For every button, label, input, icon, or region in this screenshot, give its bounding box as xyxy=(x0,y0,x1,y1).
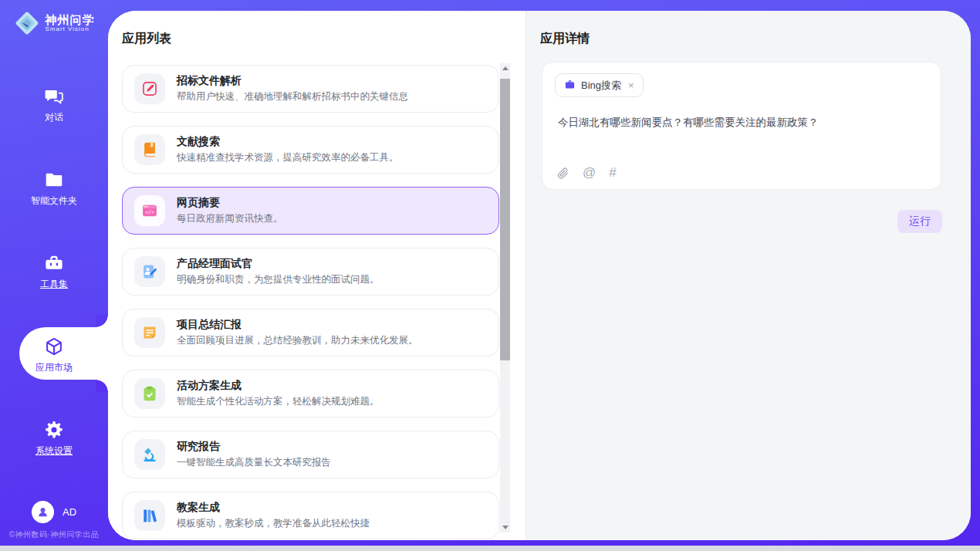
bottom-strip xyxy=(0,546,980,551)
tool-tag-label: Bing搜索 xyxy=(581,79,621,93)
app-card-desc: 明确身份和职责，为您提供专业性的面试问题。 xyxy=(177,273,380,286)
toolbox-icon xyxy=(44,253,64,273)
sidebar-item-系统设置[interactable]: 系统设置 xyxy=(0,420,108,460)
scroll-up-button[interactable] xyxy=(500,63,510,73)
resume-icon xyxy=(141,263,158,280)
app-card-title: 活动方案生成 xyxy=(177,379,380,393)
sidebar-item-label: 系统设置 xyxy=(35,445,73,458)
sidebar-item-工具集[interactable]: 工具集 xyxy=(0,253,108,293)
prompt-card: Bing搜索 × 今日湖北有哪些新闻要点？有哪些需要关注的最新政策？ @# xyxy=(542,62,941,190)
app-card-教案生成[interactable]: 教案生成模板驱动，教案秒成，教学准备从此轻松快捷 xyxy=(122,492,499,539)
sidebar-item-对话[interactable]: 对话 xyxy=(0,86,108,127)
avatar[interactable] xyxy=(32,501,54,523)
svg-text:</>: </> xyxy=(145,209,154,215)
app-card-desc: 一键智能生成高质量长文本研究报告 xyxy=(177,456,331,469)
clipboard-check-icon xyxy=(141,385,158,402)
app-card-招标文件解析[interactable]: 招标文件解析帮助用户快速、准确地理解和解析招标书中的关键信息 xyxy=(122,65,499,113)
logo-subtitle: Smart Vision xyxy=(46,26,95,32)
app-detail-panel: 应用详情 Bing搜索 × 今日湖北有哪些新闻要点？有哪些需要关注的最新政策？ … xyxy=(526,11,971,540)
scrollbar-thumb[interactable] xyxy=(500,79,510,360)
app-icon-tile xyxy=(134,439,165,470)
sidebar: 神州问学 Smart Vision 对话智能文件夹工具集应用市场系统设置 AD … xyxy=(0,0,108,546)
app-icon-tile xyxy=(134,73,165,104)
note-icon xyxy=(141,324,158,341)
app-detail-title: 应用详情 xyxy=(540,31,590,47)
app-list-title: 应用列表 xyxy=(122,31,171,47)
app-card-研究报告[interactable]: 研究报告一键智能生成高质量长文本研究报告 xyxy=(122,431,499,478)
sidebar-item-label: 工具集 xyxy=(40,278,68,291)
app-card-desc: 全面回顾项目进展，总结经验教训，助力未来优化发展。 xyxy=(177,334,418,347)
sidebar-footer: ©神州数码·神州问学出品 xyxy=(0,529,108,540)
app-card-title: 教案生成 xyxy=(177,501,370,515)
prompt-input[interactable]: 今日湖北有哪些新闻要点？有哪些需要关注的最新政策？ xyxy=(558,115,925,130)
microscope-icon xyxy=(141,446,158,463)
app-icon-tile xyxy=(134,134,165,165)
app-logo: 神州问学 Smart Vision xyxy=(0,10,108,36)
paperclip-icon[interactable] xyxy=(556,167,569,180)
app-card-活动方案生成[interactable]: 活动方案生成智能生成个性化活动方案，轻松解决规划难题。 xyxy=(122,370,499,417)
folder-icon xyxy=(44,170,64,190)
app-icon-tile xyxy=(134,317,165,348)
app-list-panel: 应用列表 招标文件解析帮助用户快速、准确地理解和解析招标书中的关键信息文献搜索快… xyxy=(108,11,526,540)
sidebar-nav: 对话智能文件夹工具集应用市场系统设置 xyxy=(0,86,108,460)
book-icon xyxy=(141,141,158,158)
app-icon-tile xyxy=(134,500,165,531)
app-card-title: 文献搜索 xyxy=(177,135,399,149)
scroll-down-button[interactable] xyxy=(500,522,510,532)
chat-icon xyxy=(44,86,64,106)
briefcase-icon xyxy=(564,79,576,93)
app-card-title: 研究报告 xyxy=(177,440,331,454)
app-card-desc: 智能生成个性化活动方案，轻松解决规划难题。 xyxy=(177,395,380,408)
app-card-title: 招标文件解析 xyxy=(177,74,408,88)
books-icon xyxy=(141,507,158,524)
app-card-产品经理面试官[interactable]: 产品经理面试官明确身份和职责，为您提供专业性的面试问题。 xyxy=(122,248,499,296)
gear-icon xyxy=(44,420,64,440)
hash-icon[interactable]: # xyxy=(609,166,616,180)
app-card-desc: 帮助用户快速、准确地理解和解析招标书中的关键信息 xyxy=(177,90,408,103)
app-card-desc: 模板驱动，教案秒成，教学准备从此轻松快捷 xyxy=(177,517,370,530)
main-frame: 应用列表 招标文件解析帮助用户快速、准确地理解和解析招标书中的关键信息文献搜索快… xyxy=(108,11,971,540)
app-card-title: 网页摘要 xyxy=(177,196,283,210)
app-card-list: 招标文件解析帮助用户快速、准确地理解和解析招标书中的关键信息文献搜索快速精准查找… xyxy=(122,65,499,539)
app-card-网页摘要[interactable]: </>网页摘要每日政府新闻资讯快查。 xyxy=(122,187,499,235)
app-icon-tile: </> xyxy=(134,195,165,226)
app-card-desc: 每日政府新闻资讯快查。 xyxy=(177,212,283,225)
sidebar-item-label: 应用市场 xyxy=(35,361,73,374)
sidebar-item-label: 智能文件夹 xyxy=(31,194,77,208)
cube-icon xyxy=(44,336,64,357)
mention-icon[interactable]: @ xyxy=(583,166,596,180)
app-icon-tile xyxy=(134,378,165,409)
logo-title: 神州问学 xyxy=(46,14,95,26)
sidebar-item-智能文件夹[interactable]: 智能文件夹 xyxy=(0,170,108,210)
sidebar-item-应用市场[interactable]: 应用市场 xyxy=(0,336,108,377)
run-button[interactable]: 运行 xyxy=(897,210,942,233)
app-card-项目总结汇报[interactable]: 项目总结汇报全面回顾项目进展，总结经验教训，助力未来优化发展。 xyxy=(122,309,499,357)
tag-close-icon[interactable]: × xyxy=(628,79,634,91)
app-card-文献搜索[interactable]: 文献搜索快速精准查找学术资源，提高研究效率的必备工具。 xyxy=(122,126,499,174)
app-card-title: 项目总结汇报 xyxy=(177,318,418,332)
scrollbar[interactable] xyxy=(500,63,510,532)
app-card-title: 产品经理面试官 xyxy=(177,257,380,271)
logo-diamond-icon xyxy=(14,10,40,36)
browser-code-icon: </> xyxy=(141,202,158,219)
tool-tag-bing-search[interactable]: Bing搜索 × xyxy=(555,73,644,97)
edit-icon xyxy=(141,80,158,97)
sidebar-item-label: 对话 xyxy=(45,111,63,124)
input-toolbar: @# xyxy=(556,166,617,180)
user-row[interactable]: AD xyxy=(0,501,108,523)
app-icon-tile xyxy=(134,256,165,287)
user-initials: AD xyxy=(63,506,76,518)
app-card-desc: 快速精准查找学术资源，提高研究效率的必备工具。 xyxy=(177,151,399,164)
